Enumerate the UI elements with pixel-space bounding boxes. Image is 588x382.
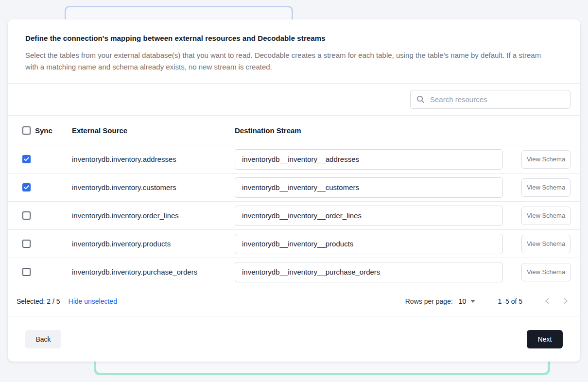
- destination-stream-input[interactable]: [235, 177, 503, 198]
- hide-unselected-link[interactable]: Hide unselected: [69, 297, 117, 305]
- search-box[interactable]: [410, 90, 571, 109]
- previous-page-button[interactable]: [541, 295, 553, 307]
- sync-checkbox[interactable]: [22, 155, 31, 163]
- rows-per-page-select[interactable]: 10: [459, 297, 476, 305]
- sync-checkbox[interactable]: [22, 211, 31, 220]
- external-source-name: inventorydb.inventory.addresses: [72, 155, 235, 163]
- search-input[interactable]: [430, 95, 564, 104]
- sync-checkbox[interactable]: [22, 240, 31, 248]
- table-body: inventorydb.inventory.addresses View Sch…: [8, 145, 580, 286]
- external-source-name: inventorydb.inventory.purchase_orders: [72, 268, 235, 276]
- view-schema-button[interactable]: View Schema: [521, 178, 571, 197]
- external-source-name: inventorydb.inventory.products: [72, 240, 235, 248]
- destination-stream-input[interactable]: [235, 206, 503, 226]
- search-toolbar: [8, 84, 580, 116]
- mapping-dialog: Define the connection's mapping between …: [8, 19, 580, 362]
- dialog-header: Define the connection's mapping between …: [8, 19, 580, 84]
- table-row: inventorydb.inventory.products View Sche…: [8, 230, 580, 258]
- rows-per-page-value: 10: [459, 297, 467, 305]
- back-button[interactable]: Back: [25, 330, 61, 348]
- page-range-label: 1–5 of 5: [498, 297, 522, 305]
- table-row: inventorydb.inventory.purchase_orders Vi…: [8, 258, 580, 286]
- column-header-external-source: External Source: [72, 126, 235, 135]
- next-button[interactable]: Next: [527, 330, 563, 348]
- destination-stream-input[interactable]: [235, 262, 503, 282]
- table-header-row: Sync External Source Destination Stream: [8, 116, 580, 145]
- view-schema-button[interactable]: View Schema: [521, 235, 571, 253]
- destination-stream-input[interactable]: [235, 234, 503, 254]
- external-source-name: inventorydb.inventory.order_lines: [72, 211, 235, 220]
- view-schema-button[interactable]: View Schema: [521, 263, 571, 281]
- column-header-destination-stream: Destination Stream: [235, 126, 507, 135]
- chevron-down-icon: [470, 300, 475, 303]
- page-title: Define the connection's mapping between …: [25, 34, 563, 42]
- table-row: inventorydb.inventory.addresses View Sch…: [8, 145, 580, 174]
- destination-stream-input[interactable]: [235, 149, 503, 170]
- pagination-bar: Selected: 2 / 5 Hide unselected Rows per…: [8, 286, 580, 316]
- dialog-actions: Back Next: [8, 316, 580, 362]
- selected-count-label: Selected: 2 / 5: [17, 297, 60, 305]
- table-row: inventorydb.inventory.order_lines View S…: [8, 202, 580, 230]
- sync-checkbox[interactable]: [22, 183, 31, 191]
- column-header-sync: Sync: [35, 126, 52, 135]
- table-row: inventorydb.inventory.customers View Sch…: [8, 174, 580, 202]
- view-schema-button[interactable]: View Schema: [521, 150, 571, 169]
- view-schema-button[interactable]: View Schema: [521, 207, 571, 225]
- search-icon: [416, 95, 425, 104]
- chevron-right-icon: [564, 298, 568, 304]
- next-page-button[interactable]: [560, 295, 571, 307]
- external-source-name: inventorydb.inventory.customers: [72, 183, 235, 191]
- chevron-left-icon: [545, 298, 549, 304]
- rows-per-page-label: Rows per page:: [405, 297, 453, 305]
- select-all-checkbox[interactable]: [22, 126, 31, 135]
- page-description: Select the tables from your external dat…: [25, 50, 555, 73]
- sync-checkbox[interactable]: [22, 268, 31, 276]
